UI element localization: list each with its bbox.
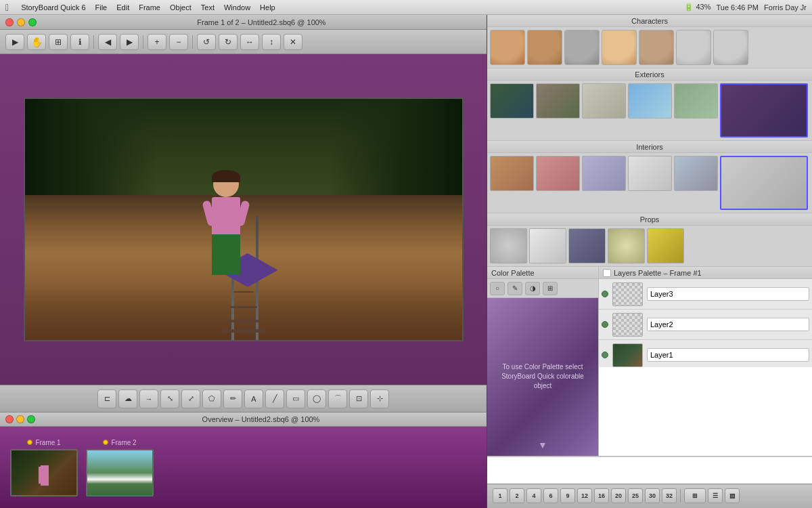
layer-item-2[interactable] [599, 310, 812, 340]
character[interactable] [202, 171, 250, 280]
exterior-thumb-5[interactable] [674, 83, 718, 119]
exterior-thumb-1[interactable] [490, 83, 534, 119]
strip-btn-list[interactable]: ☰ [708, 488, 723, 503]
filmstrip-frame-2[interactable]: Frame 2 [86, 439, 154, 496]
flip-v-button[interactable]: ↕ [262, 34, 281, 50]
prop-thumb-5[interactable] [647, 228, 684, 263]
minimize-button[interactable] [17, 18, 25, 26]
strip-btn-20[interactable]: 20 [611, 488, 626, 503]
exterior-thumb-selected[interactable] [720, 83, 808, 137]
delete-button[interactable]: ✕ [284, 34, 302, 50]
grid-tool[interactable]: ⊞ [49, 34, 68, 50]
next-frame-button[interactable]: ▶ [120, 34, 139, 50]
interior-thumb-5[interactable] [674, 156, 718, 191]
flip-h-button[interactable]: ↔ [240, 34, 259, 50]
layer-2-name[interactable] [647, 318, 809, 331]
layers-checkbox[interactable] [603, 269, 611, 277]
strip-btn-16[interactable]: 16 [594, 488, 609, 503]
canvas-area[interactable] [0, 54, 487, 385]
apple-icon[interactable]:  [5, 2, 9, 13]
interior-thumb-2[interactable] [536, 156, 580, 191]
strip-btn-4[interactable]: 4 [526, 488, 541, 503]
frame-2-thumbnail[interactable] [86, 449, 154, 496]
nudge-tool[interactable]: ☁ [118, 389, 137, 408]
color-tool-2[interactable]: ✎ [508, 282, 522, 295]
interior-thumb-1[interactable] [490, 156, 534, 191]
menu-item-app[interactable]: StoryBoard Quick 6 [21, 3, 85, 12]
pencil-tool[interactable]: ✏ [223, 389, 242, 408]
strip-btn-1[interactable]: 1 [493, 488, 508, 503]
strip-btn-12[interactable]: 12 [577, 488, 592, 503]
layer-1-visibility[interactable] [602, 352, 608, 358]
prop-thumb-1[interactable] [490, 228, 527, 263]
forward-tool[interactable]: → [139, 389, 158, 408]
pointer-tool[interactable]: ▶ [5, 34, 24, 50]
interior-thumb-4[interactable] [628, 156, 672, 191]
menu-item-frame[interactable]: Frame [139, 3, 160, 12]
move-tool[interactable]: ⊏ [97, 389, 116, 408]
close-button[interactable] [5, 18, 14, 26]
text-tool[interactable]: A [244, 389, 263, 408]
character-thumb-7[interactable] [713, 30, 748, 65]
interior-thumb-3[interactable] [582, 156, 626, 191]
interior-thumb-selected[interactable] [720, 156, 808, 210]
prop-thumb-4[interactable] [608, 228, 645, 263]
oval-tool[interactable]: ◯ [307, 389, 326, 408]
exterior-thumb-4[interactable] [628, 83, 672, 119]
menu-item-text[interactable]: Text [201, 3, 215, 12]
character-thumb-1[interactable] [490, 30, 525, 65]
rotate-cw-button[interactable]: ↻ [219, 34, 238, 50]
exterior-thumb-3[interactable] [582, 83, 626, 119]
collapse-tool[interactable]: ⤢ [181, 389, 200, 408]
color-tool-3[interactable]: ◑ [525, 282, 540, 295]
character-thumb-2[interactable] [527, 30, 562, 65]
filmstrip-frame-1[interactable]: Frame 1 [10, 439, 78, 496]
menu-item-file[interactable]: File [95, 3, 108, 12]
zoom-out-button[interactable]: − [169, 34, 188, 50]
strip-btn-2[interactable]: 2 [510, 488, 524, 503]
layer-item-1[interactable] [599, 340, 812, 367]
hand-tool[interactable]: ✋ [27, 34, 46, 50]
strip-btn-9[interactable]: 9 [560, 488, 575, 503]
menu-item-edit[interactable]: Edit [116, 3, 129, 12]
rect-tool[interactable]: ▭ [286, 389, 305, 408]
crop-tool[interactable]: ⊹ [370, 389, 389, 408]
strip-btn-25[interactable]: 25 [628, 488, 643, 503]
prev-frame-button[interactable]: ◀ [98, 34, 117, 50]
layer-2-visibility[interactable] [602, 321, 608, 328]
curve-tool[interactable]: ⌒ [328, 389, 347, 408]
exterior-thumb-2[interactable] [536, 83, 580, 119]
frame-1-thumbnail[interactable] [10, 449, 78, 496]
character-thumb-6[interactable] [676, 30, 711, 65]
menu-item-help[interactable]: Help [260, 3, 275, 12]
layer-3-name[interactable] [647, 287, 809, 301]
strip-btn-32[interactable]: 32 [662, 488, 677, 503]
transform-tool[interactable]: ⊡ [349, 389, 368, 408]
expand-tool[interactable]: ⤡ [160, 389, 179, 408]
layer-1-name[interactable] [647, 348, 809, 362]
maximize-button[interactable] [28, 18, 37, 26]
lasso-tool[interactable]: ⬠ [202, 389, 221, 408]
info-tool[interactable]: ℹ [70, 34, 89, 50]
strip-btn-6[interactable]: 6 [543, 488, 558, 503]
overview-close[interactable] [5, 415, 14, 423]
color-palette-content[interactable]: To use Color Palette select StoryBoard Q… [487, 298, 598, 456]
color-tool-4[interactable]: ⊞ [543, 282, 558, 295]
menu-item-object[interactable]: Object [170, 3, 191, 12]
character-thumb-4[interactable] [602, 30, 637, 65]
strip-btn-panel[interactable]: ▤ [725, 488, 740, 503]
overview-maximize[interactable] [27, 415, 35, 423]
prop-thumb-3[interactable] [568, 228, 606, 263]
rotate-ccw-button[interactable]: ↺ [197, 34, 216, 50]
canvas-frame[interactable] [24, 98, 464, 341]
zoom-in-button[interactable]: + [148, 34, 166, 50]
strip-btn-grid[interactable]: ⊞ [684, 488, 706, 503]
strip-btn-30[interactable]: 30 [645, 488, 660, 503]
layer-3-visibility[interactable] [602, 291, 608, 297]
overview-minimize[interactable] [16, 415, 24, 423]
menu-item-window[interactable]: Window [224, 3, 250, 12]
layer-item-3[interactable] [599, 279, 812, 310]
character-thumb-5[interactable] [639, 30, 674, 65]
line-tool[interactable]: ╱ [265, 389, 284, 408]
character-thumb-3[interactable] [564, 30, 600, 65]
